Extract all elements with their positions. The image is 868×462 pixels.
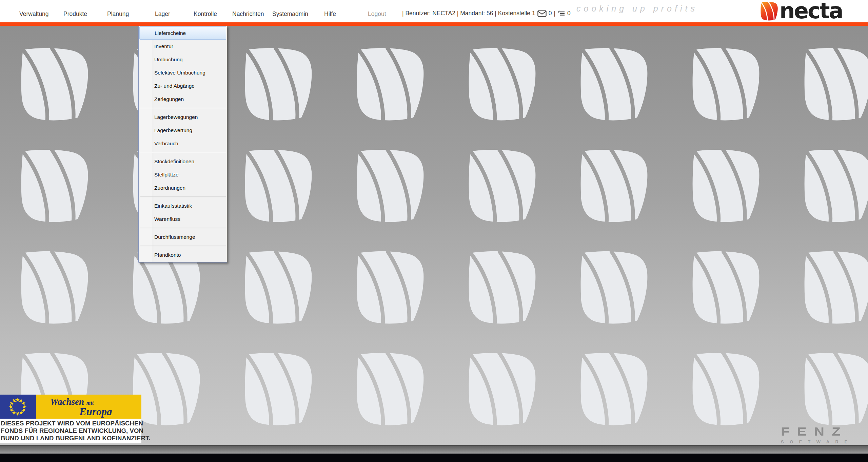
accent-bar <box>0 22 868 26</box>
menu-item-lieferscheine[interactable]: Lieferscheine <box>139 26 226 40</box>
menu-item-zuordnungen[interactable]: Zuordnungen <box>139 181 227 194</box>
menu-planung[interactable]: Planung <box>107 10 129 18</box>
fenz-software-text: SOFTWARE <box>781 439 853 444</box>
fenz-logo-text: FENZ <box>781 425 853 438</box>
menu-nachrichten[interactable]: Nachrichten <box>232 10 264 18</box>
menu-item-zerlegungen[interactable]: Zerlegungen <box>139 92 227 106</box>
eu-text-line: DIESES PROJEKT WIRD VOM EUROPÄISCHEN <box>1 420 141 427</box>
background-leaf <box>131 352 204 428</box>
background-leaf <box>467 352 540 428</box>
menu-item-einkaufsstatistik[interactable]: Einkaufsstatistik <box>139 199 227 212</box>
background-leaf <box>691 47 764 124</box>
background-leaf <box>19 149 92 225</box>
session-status: | Benutzer: NECTA2 | Mandant: 56 | Koste… <box>402 10 571 17</box>
menu-item-stockdefinitionen[interactable]: Stockdefinitionen <box>139 155 227 168</box>
logout-button[interactable]: Logout <box>368 10 386 18</box>
eu-title-mit: mit <box>86 400 94 406</box>
menu-item-selektive-umbuchung[interactable]: Selektive Umbuchung <box>139 66 227 79</box>
fenz-watermark: FENZ SOFTWARE <box>781 425 853 444</box>
menu-item-pfandkonto[interactable]: Pfandkonto <box>139 248 227 261</box>
eu-funding-banner: Wachsen mit Europa DIESES PROJEKT WIRD V… <box>0 395 141 443</box>
background-leaf <box>243 149 316 225</box>
lager-dropdown-menu: Lieferscheine Inventur Umbuchung Selekti… <box>138 26 227 262</box>
top-menubar: Verwaltung Produkte Planung Lager Kontro… <box>0 0 868 22</box>
tagline-text: cooking up profits <box>576 4 698 14</box>
background-leaf <box>691 352 764 428</box>
eu-stars-icon <box>6 395 29 419</box>
menu-item-lagerbewegungen[interactable]: Lagerbewegungen <box>139 110 227 124</box>
menu-item-inventur[interactable]: Inventur <box>139 40 227 53</box>
eu-banner-title: Wachsen mit Europa <box>36 395 141 419</box>
menu-systemadmin[interactable]: Systemadmin <box>272 10 308 18</box>
eu-text-line: FONDS FÜR REGIONALE ENTWICKLUNG, VON <box>1 427 141 435</box>
menu-item-warenfluss[interactable]: Warenfluss <box>139 212 227 226</box>
background-leaf <box>579 251 652 327</box>
bottom-gradient-bar <box>0 445 868 454</box>
background-leaf <box>467 47 540 124</box>
necta-leaf-logo-icon <box>760 2 779 21</box>
session-status-text: | Benutzer: NECTA2 | Mandant: 56 | Koste… <box>402 10 535 17</box>
background-leaf <box>467 149 540 225</box>
background-leaf <box>803 149 868 225</box>
menu-item-lagerbewertung[interactable]: Lagerbewertung <box>139 124 227 137</box>
status-divider: | <box>554 10 555 17</box>
necta-wordmark: necta <box>780 0 843 22</box>
menu-produkte[interactable]: Produkte <box>63 10 87 18</box>
menu-item-stellplaetze[interactable]: Stellplätze <box>139 168 227 181</box>
background-leaf <box>355 352 428 428</box>
necta-app-window: Lieferscheine Inventur Umbuchung Selekti… <box>0 0 868 462</box>
menu-hilfe[interactable]: Hilfe <box>324 10 336 18</box>
menu-separator <box>140 196 226 197</box>
menu-separator <box>140 228 226 228</box>
menu-kontrolle[interactable]: Kontrolle <box>194 10 217 18</box>
eu-banner-text: DIESES PROJEKT WIRD VOM EUROPÄISCHEN FON… <box>0 419 141 443</box>
bottom-black-bar <box>0 454 868 462</box>
menu-verwaltung[interactable]: Verwaltung <box>19 10 49 18</box>
mail-icon[interactable] <box>537 10 547 17</box>
background-leaf <box>243 251 316 327</box>
background-leaf <box>355 149 428 225</box>
eu-title-europa: Europa <box>36 406 141 418</box>
background-leaf <box>243 352 316 428</box>
menu-item-durchflussmenge[interactable]: Durchflussmenge <box>139 230 227 244</box>
menu-item-verbrauch[interactable]: Verbrauch <box>139 137 227 150</box>
background-leaf <box>691 149 764 225</box>
background-leaf <box>355 47 428 124</box>
background-leaf <box>19 47 92 124</box>
eu-title-wachsen: Wachsen <box>50 397 84 407</box>
eu-flag <box>0 395 36 419</box>
menu-separator <box>140 108 226 108</box>
background-leaf <box>579 149 652 225</box>
background-leaf <box>803 251 868 327</box>
content-background: Lieferscheine Inventur Umbuchung Selekti… <box>0 26 868 445</box>
background-leaf <box>19 251 92 327</box>
menu-separator <box>140 152 226 152</box>
mail-count: 0 <box>549 10 552 17</box>
menu-separator <box>140 246 226 246</box>
background-leaf <box>579 47 652 124</box>
background-leaf <box>467 251 540 327</box>
background-leaf <box>243 47 316 124</box>
background-leaf <box>803 352 868 428</box>
background-leaf <box>691 251 764 327</box>
menu-lager[interactable]: Lager <box>155 10 170 18</box>
background-leaf <box>803 47 868 124</box>
eu-text-line: BUND UND LAND BURGENLAND KOFINANZIERT. <box>1 435 141 442</box>
menu-item-zu-und-abgaenge[interactable]: Zu- und Abgänge <box>139 79 227 92</box>
background-leaf <box>579 352 652 428</box>
task-count: 0 <box>567 10 571 17</box>
menu-item-umbuchung[interactable]: Umbuchung <box>139 53 227 66</box>
background-leaf <box>355 251 428 327</box>
task-list-icon[interactable] <box>557 10 565 17</box>
